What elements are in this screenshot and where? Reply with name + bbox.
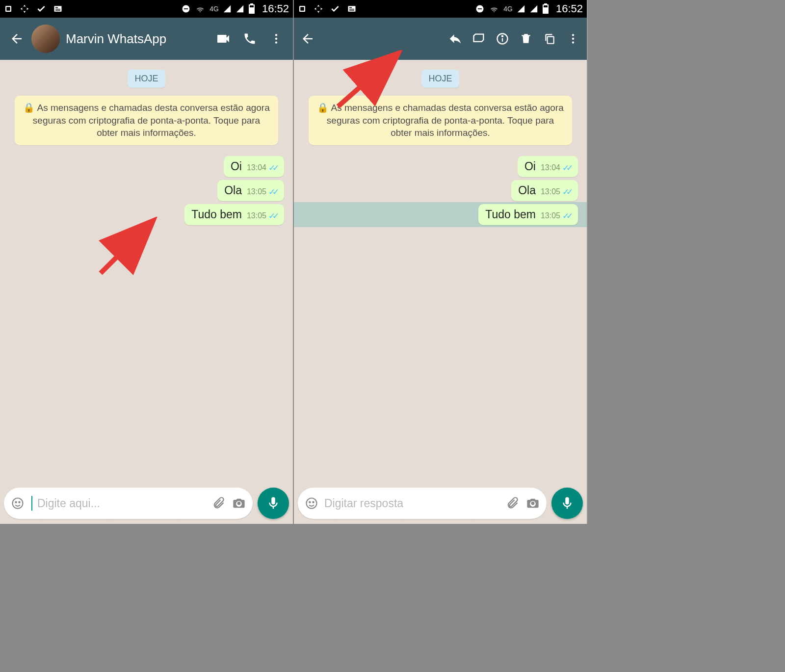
- date-chip: HOJE: [421, 70, 459, 88]
- svg-rect-1: [6, 7, 10, 11]
- selection-action-bar: [294, 18, 587, 60]
- more-options-button[interactable]: [561, 27, 585, 51]
- svg-point-17: [19, 502, 20, 503]
- battery-icon: [542, 3, 549, 14]
- contact-avatar[interactable]: [31, 25, 60, 53]
- message-row[interactable]: Oi 13:04✓✓: [303, 156, 578, 177]
- chat-body[interactable]: HOJE 🔒 As mensagens e chamadas desta con…: [294, 60, 587, 524]
- phone-screen-right: 4G 16:52 HOJE �: [294, 0, 587, 524]
- svg-rect-21: [349, 7, 352, 8]
- read-ticks-icon: ✓✓: [562, 163, 570, 173]
- camera-icon[interactable]: [231, 496, 247, 510]
- camera-icon[interactable]: [525, 496, 541, 510]
- message-time: 13:05: [541, 187, 560, 196]
- svg-point-33: [572, 34, 574, 36]
- copy-button[interactable]: [538, 27, 561, 51]
- message-row[interactable]: Tudo bem 13:05✓✓: [9, 204, 284, 225]
- status-bar: 4G 16:52: [294, 0, 587, 18]
- message-row[interactable]: Ola 13:05✓✓: [9, 180, 284, 201]
- svg-rect-9: [250, 3, 253, 5]
- input-placeholder: Digite aqui...: [37, 497, 206, 510]
- contact-name[interactable]: Marvin WhatsApp: [66, 31, 209, 47]
- signal-icon: [517, 4, 525, 13]
- message-text: Ola: [224, 184, 242, 197]
- sync-icon: [314, 4, 323, 14]
- network-label: 4G: [503, 5, 513, 13]
- delete-button[interactable]: [514, 27, 538, 51]
- svg-point-15: [13, 498, 23, 509]
- wifi-icon: [489, 4, 499, 13]
- svg-rect-22: [349, 9, 354, 9]
- voice-record-button[interactable]: [258, 488, 289, 519]
- svg-point-37: [307, 498, 317, 509]
- chat-app-bar: Marvin WhatsApp: [0, 18, 293, 60]
- voice-record-button[interactable]: [551, 488, 583, 519]
- wifi-icon: [195, 4, 206, 13]
- attach-icon[interactable]: [210, 496, 226, 510]
- news-icon: [53, 4, 63, 14]
- svg-rect-19: [300, 7, 304, 11]
- message-input[interactable]: Digite aqui...: [4, 488, 253, 519]
- message-text: Oi: [524, 160, 536, 173]
- signal-icon: [223, 4, 232, 13]
- message-row[interactable]: Ola 13:05✓✓: [303, 180, 578, 201]
- svg-rect-27: [544, 3, 547, 5]
- date-chip: HOJE: [128, 70, 165, 88]
- svg-line-14: [101, 227, 147, 273]
- screenshot-icon: [298, 4, 307, 13]
- svg-rect-28: [544, 5, 548, 7]
- svg-rect-32: [548, 37, 554, 44]
- reply-button[interactable]: [444, 27, 467, 51]
- svg-point-12: [275, 38, 277, 40]
- message-row-selected[interactable]: Tudo bem 13:05✓✓: [303, 204, 578, 225]
- message-text: Tudo bem: [485, 208, 536, 221]
- signal-icon-2: [236, 4, 244, 13]
- svg-point-38: [309, 502, 310, 503]
- status-bar: 4G 16:52: [0, 0, 293, 18]
- svg-rect-5: [55, 10, 60, 11]
- message-time: 13:05: [247, 211, 266, 220]
- checkmark-icon: [36, 4, 46, 14]
- svg-point-11: [275, 34, 277, 36]
- battery-icon: [248, 3, 255, 14]
- phone-screen-left: 4G 16:52 Marvin WhatsApp: [0, 0, 293, 524]
- read-ticks-icon: ✓✓: [268, 211, 276, 221]
- star-button[interactable]: [467, 27, 491, 51]
- emoji-icon[interactable]: [10, 496, 26, 510]
- back-button[interactable]: [5, 27, 28, 51]
- read-ticks-icon: ✓✓: [268, 163, 276, 173]
- more-options-button[interactable]: [264, 27, 288, 51]
- voice-call-button[interactable]: [238, 27, 262, 51]
- attach-icon[interactable]: [504, 496, 520, 510]
- encryption-notice[interactable]: 🔒 As mensagens e chamadas desta conversa…: [15, 96, 278, 145]
- dnd-icon: [475, 4, 485, 14]
- emoji-icon[interactable]: [304, 496, 319, 510]
- screenshot-icon: [4, 4, 13, 13]
- svg-rect-23: [349, 10, 354, 11]
- message-time: 13:04: [541, 163, 560, 172]
- message-text: Tudo bem: [191, 208, 242, 221]
- arrow-annotation: [93, 217, 162, 281]
- read-ticks-icon: ✓✓: [562, 211, 570, 221]
- encryption-notice[interactable]: 🔒 As mensagens e chamadas desta conversa…: [309, 96, 572, 145]
- clock-time: 16:52: [262, 2, 289, 15]
- encryption-notice-text: As mensagens e chamadas desta conversa e…: [327, 103, 564, 138]
- lock-icon: 🔒: [317, 103, 329, 113]
- message-input[interactable]: Digitar resposta: [298, 488, 547, 519]
- encryption-notice-text: As mensagens e chamadas desta conversa e…: [33, 103, 270, 138]
- lock-icon: 🔒: [23, 103, 35, 113]
- checkmark-icon: [330, 4, 340, 14]
- chat-body[interactable]: HOJE 🔒 As mensagens e chamadas desta con…: [0, 60, 293, 524]
- input-bar: Digitar resposta: [298, 488, 583, 519]
- svg-point-13: [275, 41, 277, 43]
- message-text: Ola: [518, 184, 536, 197]
- video-call-button[interactable]: [211, 27, 235, 51]
- message-time: 13:05: [247, 187, 266, 196]
- svg-point-31: [502, 36, 503, 37]
- back-button[interactable]: [296, 27, 319, 51]
- svg-point-16: [15, 502, 16, 503]
- svg-point-39: [313, 502, 314, 503]
- network-label: 4G: [209, 5, 219, 13]
- message-row[interactable]: Oi 13:04✓✓: [9, 156, 284, 177]
- info-button[interactable]: [491, 27, 514, 51]
